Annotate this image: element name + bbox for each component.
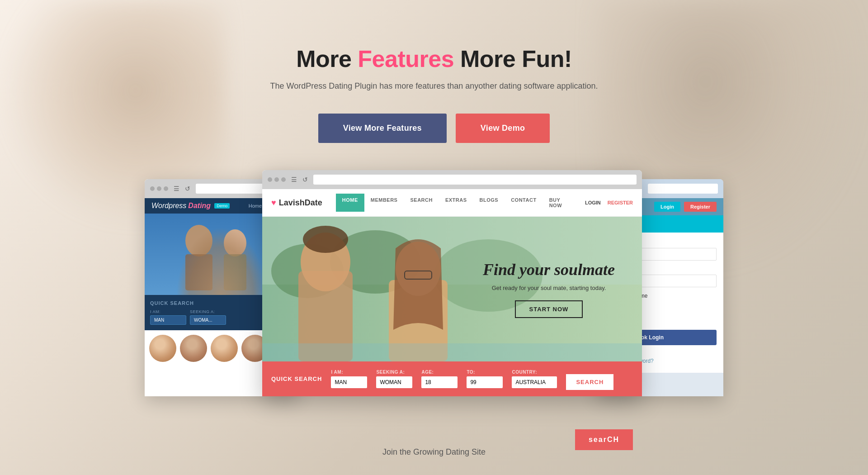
join-text: Join the Growing Dating Site — [382, 447, 486, 457]
main-title: More Features More Fun! — [296, 45, 572, 72]
demo-badge: Demo — [214, 203, 230, 209]
address-bar-right — [648, 184, 718, 194]
lavish-nav-contact[interactable]: CONTACT — [505, 194, 542, 212]
title-highlight: Features — [358, 46, 454, 72]
heart-icon: ♥ — [271, 198, 276, 208]
lavish-hero: Find your soulmate Get ready for your so… — [262, 217, 642, 361]
iam-field: I AM: MAN — [150, 309, 186, 325]
svg-point-12 — [303, 226, 348, 253]
main-content: More Features More Fun! The WordPress Da… — [0, 0, 868, 405]
lavish-nav-buy[interactable]: BUY NOW — [543, 194, 576, 212]
lavish-country-select[interactable]: AUSTRALIA — [512, 376, 557, 388]
lavish-nav: ♥ LavishDate HOME MEMBERS SEARCH EXTRAS … — [262, 189, 642, 217]
lavish-age-field: AGE: 18 — [421, 370, 458, 388]
lavish-nav-search[interactable]: SEARCH — [404, 194, 439, 212]
lavish-iam-select[interactable]: MAN — [331, 376, 367, 388]
seeking-field: SEEKING A: WOMA... — [190, 309, 226, 325]
right-login-button[interactable]: Login — [654, 202, 680, 212]
member-thumb-3 — [211, 335, 238, 362]
menu-icon-center: ☰ — [291, 176, 297, 183]
lavish-age-select[interactable]: 18 — [421, 376, 458, 388]
lavish-register-link[interactable]: REGISTER — [608, 200, 633, 205]
lavish-search-button[interactable]: SEARCH — [566, 374, 613, 390]
title-part1: More — [296, 46, 358, 72]
svg-rect-4 — [224, 254, 246, 290]
lavish-nav-home[interactable]: HOME — [336, 194, 364, 212]
lavish-hero-bg: Find your soulmate Get ready for your so… — [262, 217, 642, 361]
start-now-button[interactable]: START NOW — [515, 300, 583, 318]
dot-1 — [150, 186, 155, 191]
dot-3 — [164, 186, 168, 191]
svg-point-3 — [224, 229, 246, 256]
soulmate-heading: Find your soulmate — [483, 260, 615, 279]
dot-c2 — [274, 177, 279, 182]
seeking-label: SEEKING A: — [190, 309, 226, 314]
view-demo-button[interactable]: View Demo — [456, 114, 550, 143]
search-bottom-button[interactable]: searCH — [575, 429, 633, 450]
lavish-to-field: TO: 99 — [467, 370, 503, 388]
seeking-select[interactable]: WOMA... — [190, 315, 226, 325]
lavish-seeking-label: SEEKING A: — [376, 370, 412, 375]
browser-dots-left — [150, 186, 168, 191]
browsers-container: ☰ ↺ Wordpress Dating Demo Home Members — [118, 170, 750, 405]
lavish-iam-label: I AM: — [331, 370, 367, 375]
cta-buttons: View More Features View Demo — [318, 114, 550, 143]
browser-chrome-center: ☰ ↺ — [262, 170, 642, 189]
lavish-search-bar: QUICK SEARCH I AM: MAN SEEKING A: WOMAN … — [262, 361, 642, 396]
lavish-country-label: COUNTRY: — [512, 370, 557, 375]
menu-icon-left: ☰ — [174, 185, 179, 192]
lavish-nav-members[interactable]: MEMBERS — [364, 194, 404, 212]
address-bar-center — [313, 175, 637, 185]
dot-c3 — [281, 177, 286, 182]
svg-point-1 — [185, 225, 212, 256]
wp-dating-logo: Wordpress Dating Demo — [151, 202, 230, 210]
lavish-hero-text: Find your soulmate Get ready for your so… — [483, 260, 615, 318]
svg-rect-2 — [185, 254, 212, 290]
lavish-nav-blogs[interactable]: BLOGS — [473, 194, 505, 212]
title-part2: More Fun! — [454, 46, 572, 72]
browser-lavishdate: ☰ ↺ ♥ LavishDate HOME MEMBERS SEARCH EXT… — [262, 170, 642, 396]
lavish-login-link[interactable]: LOGIN — [585, 200, 601, 205]
lavish-logo: ♥ LavishDate — [271, 198, 322, 208]
wp-dating-bold: Dating — [188, 202, 211, 210]
lavish-seeking-select[interactable]: WOMAN — [376, 376, 412, 388]
browser-dots-center — [268, 177, 286, 182]
iam-select[interactable]: MAN — [150, 315, 186, 325]
dot-c1 — [268, 177, 272, 182]
iam-label: I AM: — [150, 309, 186, 314]
view-features-button[interactable]: View More Features — [318, 114, 447, 143]
dot-2 — [157, 186, 161, 191]
lavish-seeking-field: SEEKING A: WOMAN — [376, 370, 412, 388]
left-nav-home[interactable]: Home — [249, 203, 262, 209]
refresh-icon-left: ↺ — [185, 185, 190, 192]
lavish-nav-extras[interactable]: EXTRAS — [439, 194, 473, 212]
soulmate-subtext: Get ready for your soul mate, starting t… — [483, 285, 615, 291]
wp-dating-text: Wordpress — [151, 202, 186, 210]
lavish-country-field: COUNTRY: AUSTRALIA — [512, 370, 557, 388]
lavish-logo-text: LavishDate — [279, 198, 322, 208]
refresh-icon-center: ↺ — [302, 176, 308, 183]
lavish-qs-label: QUICK SEARCH — [271, 375, 322, 382]
lavish-age-label: AGE: — [421, 370, 458, 375]
lavish-to-select[interactable]: 99 — [467, 376, 503, 388]
lavish-nav-right: LOGIN REGISTER — [585, 200, 633, 205]
svg-rect-16 — [262, 343, 642, 361]
right-register-button[interactable]: Register — [684, 202, 717, 212]
subtitle: The WordPress Dating Plugin has more fea… — [270, 81, 598, 91]
lavish-nav-links: HOME MEMBERS SEARCH EXTRAS BLOGS CONTACT… — [336, 194, 576, 212]
lavish-to-label: TO: — [467, 370, 503, 375]
member-thumb-2 — [180, 335, 207, 362]
member-thumb-1 — [149, 335, 176, 362]
lavish-iam-field: I AM: MAN — [331, 370, 367, 388]
